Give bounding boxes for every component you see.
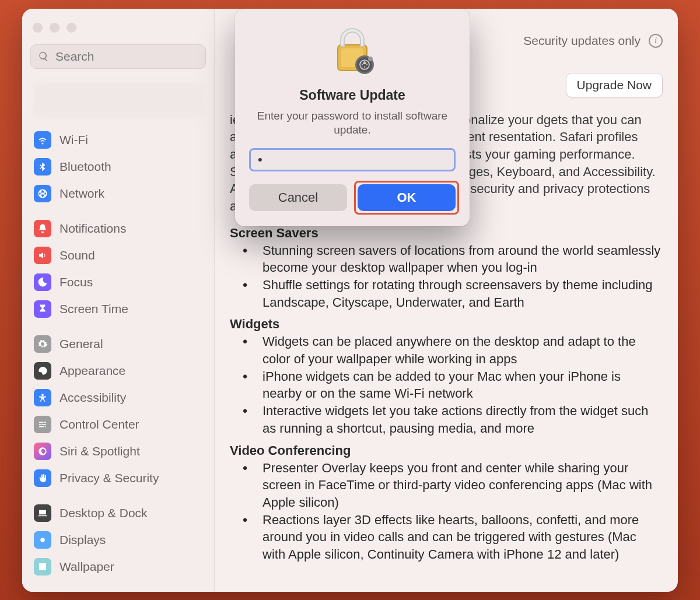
sun-icon (34, 531, 51, 549)
upgrade-now-button[interactable]: Upgrade Now (566, 73, 663, 97)
cancel-button[interactable]: Cancel (249, 184, 347, 211)
search-field[interactable] (30, 44, 206, 69)
hourglass-icon (34, 300, 51, 318)
sidebar-item-label: Focus (60, 275, 93, 289)
close-dot[interactable] (33, 23, 43, 33)
sidebar-item-general[interactable]: General (30, 331, 206, 357)
moon-icon (34, 273, 51, 291)
info-icon[interactable]: i (649, 34, 663, 48)
bullet-line: •Presenter Overlay keeps you front and c… (230, 459, 663, 511)
password-input[interactable] (249, 148, 456, 171)
sidebar: Wi-FiBluetoothNetworkNotificationsSoundF… (22, 9, 215, 592)
section-title: Video Conferencing (230, 443, 663, 458)
bullet-line: •Shuffle settings for rotating through s… (230, 276, 663, 311)
bluetooth-icon (34, 158, 51, 176)
siri-icon (34, 443, 51, 460)
sidebar-item-label: Notifications (60, 222, 126, 236)
dialog-title: Software Update (299, 87, 405, 103)
bullet-line: •Stunning screen savers of locations fro… (230, 242, 663, 276)
sidebar-item-notifications[interactable]: Notifications (30, 216, 206, 241)
bell-icon (34, 220, 51, 237)
sidebar-item-label: Network (60, 187, 104, 201)
sidebar-item-label: Privacy & Security (60, 471, 159, 485)
sidebar-item-wallpaper[interactable]: Wallpaper (30, 554, 206, 580)
bullet-line: •Widgets can be placed anywhere on the d… (230, 333, 663, 367)
ok-button-highlight: OK (358, 184, 456, 211)
sidebar-item-network[interactable]: Network (30, 181, 206, 206)
sidebar-item-label: Wallpaper (60, 560, 114, 574)
sidebar-item-bluetooth[interactable]: Bluetooth (30, 154, 206, 180)
window-controls (33, 23, 206, 33)
sidebar-item-accessibility[interactable]: Accessibility (30, 385, 206, 410)
account-card[interactable] (33, 82, 204, 118)
security-updates-label: Security updates only (523, 34, 640, 48)
ok-button[interactable]: OK (358, 184, 456, 211)
bullet-line: •iPhone widgets can be added to your Mac… (230, 368, 663, 402)
sidebar-item-label: Desktop & Dock (60, 506, 148, 520)
sidebar-item-label: General (60, 337, 103, 351)
sound-icon (34, 247, 51, 264)
gear-icon (34, 335, 51, 353)
password-dialog: Software Update Enter your password to i… (235, 9, 470, 226)
section-title: Widgets (230, 317, 663, 332)
sidebar-item-screen-time[interactable]: Screen Time (30, 296, 206, 322)
search-icon (38, 51, 50, 62)
sidebar-item-label: Screen Time (60, 302, 128, 316)
sidebar-item-privacy-security[interactable]: Privacy & Security (30, 465, 206, 491)
appearance-icon (34, 362, 51, 380)
sidebar-item-label: Appearance (60, 364, 125, 378)
accessibility-icon (34, 389, 51, 406)
sidebar-item-focus[interactable]: Focus (30, 269, 206, 295)
bullet-line: •Interactive widgets let you take action… (230, 402, 663, 437)
sidebar-item-siri-spotlight[interactable]: Siri & Spotlight (30, 438, 206, 464)
sidebar-item-label: Wi-Fi (60, 133, 88, 147)
sidebar-item-control-center[interactable]: Control Center (30, 412, 206, 437)
sidebar-item-label: Accessibility (60, 391, 126, 405)
section-title: Screen Savers (230, 226, 663, 241)
hand-icon (34, 469, 51, 487)
sidebar-item-label: Bluetooth (60, 160, 111, 174)
sidebar-item-label: Sound (60, 248, 95, 262)
svg-point-4 (368, 57, 373, 61)
minimize-dot[interactable] (50, 23, 60, 33)
sidebar-item-displays[interactable]: Displays (30, 527, 206, 553)
zoom-dot[interactable] (66, 23, 76, 33)
sliders-icon (34, 416, 51, 433)
sidebar-item-desktop-dock[interactable]: Desktop & Dock (30, 500, 206, 526)
sidebar-item-label: Control Center (60, 417, 139, 431)
sidebar-item-label: Siri & Spotlight (60, 444, 140, 458)
sidebar-item-appearance[interactable]: Appearance (30, 358, 206, 384)
wallpaper-icon (34, 558, 51, 576)
globe-icon (34, 185, 51, 202)
sidebar-item-sound[interactable]: Sound (30, 243, 206, 268)
lock-icon (330, 25, 375, 79)
search-input[interactable] (55, 50, 198, 64)
sidebar-item-wi-fi[interactable]: Wi-Fi (30, 127, 206, 153)
settings-window: Wi-FiBluetoothNetworkNotificationsSoundF… (22, 9, 678, 592)
dock-icon (34, 504, 51, 522)
dialog-message: Enter your password to install software … (249, 109, 456, 138)
sidebar-item-label: Displays (60, 533, 106, 547)
bullet-line: •Reactions layer 3D effects like hearts,… (230, 511, 663, 563)
wifi-icon (34, 131, 51, 149)
